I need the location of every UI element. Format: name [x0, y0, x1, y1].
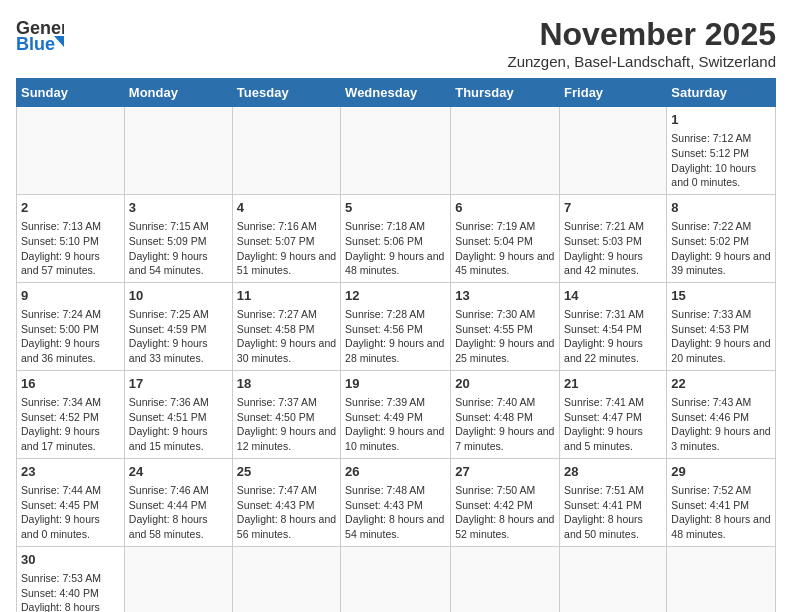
day-info: Sunrise: 7:18 AM Sunset: 5:06 PM Dayligh… [345, 219, 446, 278]
svg-marker-2 [54, 36, 64, 58]
day-number: 28 [564, 463, 662, 481]
weekday-header-row: SundayMondayTuesdayWednesdayThursdayFrid… [17, 79, 776, 107]
calendar-day-cell [124, 107, 232, 195]
day-number: 27 [455, 463, 555, 481]
calendar-day-cell: 11Sunrise: 7:27 AM Sunset: 4:58 PM Dayli… [232, 282, 340, 370]
calendar-day-cell: 22Sunrise: 7:43 AM Sunset: 4:46 PM Dayli… [667, 370, 776, 458]
day-number: 24 [129, 463, 228, 481]
calendar-day-cell: 15Sunrise: 7:33 AM Sunset: 4:53 PM Dayli… [667, 282, 776, 370]
day-info: Sunrise: 7:40 AM Sunset: 4:48 PM Dayligh… [455, 395, 555, 454]
title-block: November 2025 Zunzgen, Basel-Landschaft,… [508, 16, 776, 70]
calendar-week-row: 16Sunrise: 7:34 AM Sunset: 4:52 PM Dayli… [17, 370, 776, 458]
calendar-day-cell: 30Sunrise: 7:53 AM Sunset: 4:40 PM Dayli… [17, 546, 125, 612]
day-number: 12 [345, 287, 446, 305]
day-number: 16 [21, 375, 120, 393]
day-number: 30 [21, 551, 120, 569]
calendar-day-cell: 13Sunrise: 7:30 AM Sunset: 4:55 PM Dayli… [451, 282, 560, 370]
calendar-week-row: 23Sunrise: 7:44 AM Sunset: 4:45 PM Dayli… [17, 458, 776, 546]
day-info: Sunrise: 7:53 AM Sunset: 4:40 PM Dayligh… [21, 571, 120, 612]
day-number: 26 [345, 463, 446, 481]
calendar-day-cell: 12Sunrise: 7:28 AM Sunset: 4:56 PM Dayli… [341, 282, 451, 370]
day-number: 11 [237, 287, 336, 305]
day-number: 7 [564, 199, 662, 217]
calendar-day-cell [451, 107, 560, 195]
day-info: Sunrise: 7:28 AM Sunset: 4:56 PM Dayligh… [345, 307, 446, 366]
calendar-day-cell [560, 107, 667, 195]
day-number: 9 [21, 287, 120, 305]
calendar-day-cell: 8Sunrise: 7:22 AM Sunset: 5:02 PM Daylig… [667, 194, 776, 282]
calendar-day-cell [667, 546, 776, 612]
calendar-day-cell: 27Sunrise: 7:50 AM Sunset: 4:42 PM Dayli… [451, 458, 560, 546]
day-info: Sunrise: 7:21 AM Sunset: 5:03 PM Dayligh… [564, 219, 662, 278]
weekday-header: Friday [560, 79, 667, 107]
day-info: Sunrise: 7:51 AM Sunset: 4:41 PM Dayligh… [564, 483, 662, 542]
calendar-day-cell [560, 546, 667, 612]
day-number: 18 [237, 375, 336, 393]
svg-text:Blue: Blue [16, 34, 55, 54]
day-number: 5 [345, 199, 446, 217]
day-info: Sunrise: 7:24 AM Sunset: 5:00 PM Dayligh… [21, 307, 120, 366]
weekday-header: Sunday [17, 79, 125, 107]
weekday-header: Thursday [451, 79, 560, 107]
calendar-day-cell: 17Sunrise: 7:36 AM Sunset: 4:51 PM Dayli… [124, 370, 232, 458]
day-info: Sunrise: 7:12 AM Sunset: 5:12 PM Dayligh… [671, 131, 771, 190]
calendar-day-cell: 6Sunrise: 7:19 AM Sunset: 5:04 PM Daylig… [451, 194, 560, 282]
day-info: Sunrise: 7:34 AM Sunset: 4:52 PM Dayligh… [21, 395, 120, 454]
calendar-day-cell: 18Sunrise: 7:37 AM Sunset: 4:50 PM Dayli… [232, 370, 340, 458]
page-header: General Blue November 2025 Zunzgen, Base… [16, 16, 776, 70]
day-number: 19 [345, 375, 446, 393]
calendar-subtitle: Zunzgen, Basel-Landschaft, Switzerland [508, 53, 776, 70]
day-info: Sunrise: 7:47 AM Sunset: 4:43 PM Dayligh… [237, 483, 336, 542]
day-info: Sunrise: 7:15 AM Sunset: 5:09 PM Dayligh… [129, 219, 228, 278]
day-number: 10 [129, 287, 228, 305]
day-info: Sunrise: 7:46 AM Sunset: 4:44 PM Dayligh… [129, 483, 228, 542]
calendar-day-cell: 16Sunrise: 7:34 AM Sunset: 4:52 PM Dayli… [17, 370, 125, 458]
calendar-week-row: 2Sunrise: 7:13 AM Sunset: 5:10 PM Daylig… [17, 194, 776, 282]
calendar-day-cell: 23Sunrise: 7:44 AM Sunset: 4:45 PM Dayli… [17, 458, 125, 546]
calendar-day-cell: 4Sunrise: 7:16 AM Sunset: 5:07 PM Daylig… [232, 194, 340, 282]
day-info: Sunrise: 7:50 AM Sunset: 4:42 PM Dayligh… [455, 483, 555, 542]
day-info: Sunrise: 7:25 AM Sunset: 4:59 PM Dayligh… [129, 307, 228, 366]
day-number: 13 [455, 287, 555, 305]
day-info: Sunrise: 7:48 AM Sunset: 4:43 PM Dayligh… [345, 483, 446, 542]
day-number: 2 [21, 199, 120, 217]
day-info: Sunrise: 7:13 AM Sunset: 5:10 PM Dayligh… [21, 219, 120, 278]
day-number: 25 [237, 463, 336, 481]
day-number: 4 [237, 199, 336, 217]
day-info: Sunrise: 7:39 AM Sunset: 4:49 PM Dayligh… [345, 395, 446, 454]
day-info: Sunrise: 7:36 AM Sunset: 4:51 PM Dayligh… [129, 395, 228, 454]
weekday-header: Wednesday [341, 79, 451, 107]
day-number: 6 [455, 199, 555, 217]
calendar-week-row: 1Sunrise: 7:12 AM Sunset: 5:12 PM Daylig… [17, 107, 776, 195]
calendar-title: November 2025 [508, 16, 776, 53]
calendar-day-cell: 25Sunrise: 7:47 AM Sunset: 4:43 PM Dayli… [232, 458, 340, 546]
day-info: Sunrise: 7:22 AM Sunset: 5:02 PM Dayligh… [671, 219, 771, 278]
day-info: Sunrise: 7:52 AM Sunset: 4:41 PM Dayligh… [671, 483, 771, 542]
weekday-header: Tuesday [232, 79, 340, 107]
day-number: 1 [671, 111, 771, 129]
day-number: 14 [564, 287, 662, 305]
calendar-week-row: 9Sunrise: 7:24 AM Sunset: 5:00 PM Daylig… [17, 282, 776, 370]
day-info: Sunrise: 7:30 AM Sunset: 4:55 PM Dayligh… [455, 307, 555, 366]
day-info: Sunrise: 7:27 AM Sunset: 4:58 PM Dayligh… [237, 307, 336, 366]
calendar-day-cell: 14Sunrise: 7:31 AM Sunset: 4:54 PM Dayli… [560, 282, 667, 370]
day-info: Sunrise: 7:31 AM Sunset: 4:54 PM Dayligh… [564, 307, 662, 366]
calendar-day-cell [451, 546, 560, 612]
day-info: Sunrise: 7:43 AM Sunset: 4:46 PM Dayligh… [671, 395, 771, 454]
calendar-day-cell: 28Sunrise: 7:51 AM Sunset: 4:41 PM Dayli… [560, 458, 667, 546]
calendar-day-cell: 19Sunrise: 7:39 AM Sunset: 4:49 PM Dayli… [341, 370, 451, 458]
day-info: Sunrise: 7:16 AM Sunset: 5:07 PM Dayligh… [237, 219, 336, 278]
day-number: 15 [671, 287, 771, 305]
day-number: 21 [564, 375, 662, 393]
calendar-day-cell: 26Sunrise: 7:48 AM Sunset: 4:43 PM Dayli… [341, 458, 451, 546]
logo: General Blue [16, 16, 64, 58]
calendar-day-cell: 21Sunrise: 7:41 AM Sunset: 4:47 PM Dayli… [560, 370, 667, 458]
calendar-day-cell [17, 107, 125, 195]
logo-icon: General Blue [16, 16, 64, 58]
calendar-day-cell: 10Sunrise: 7:25 AM Sunset: 4:59 PM Dayli… [124, 282, 232, 370]
calendar-table: SundayMondayTuesdayWednesdayThursdayFrid… [16, 78, 776, 612]
calendar-day-cell: 5Sunrise: 7:18 AM Sunset: 5:06 PM Daylig… [341, 194, 451, 282]
day-number: 3 [129, 199, 228, 217]
calendar-day-cell: 29Sunrise: 7:52 AM Sunset: 4:41 PM Dayli… [667, 458, 776, 546]
day-info: Sunrise: 7:37 AM Sunset: 4:50 PM Dayligh… [237, 395, 336, 454]
